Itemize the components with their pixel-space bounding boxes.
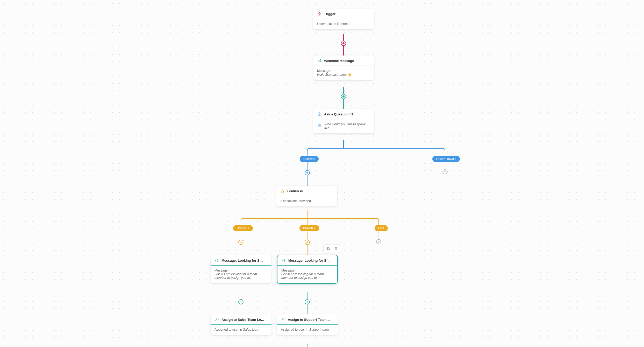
node-body: Message: Got it! I am looking for a team… — [211, 266, 271, 283]
node-title: Branch #1 — [287, 189, 304, 193]
node-body: Message: Hello $contact.name 👋 — [313, 66, 374, 80]
user-assign-icon — [214, 317, 219, 322]
node-body: Message: Got it! I am looking for a team… — [277, 266, 337, 283]
node-title: Ask a Question #1 — [324, 112, 353, 116]
add-step-button[interactable] — [238, 240, 244, 245]
list-icon — [317, 123, 322, 128]
add-step-button[interactable] — [341, 41, 346, 46]
add-step-button[interactable] — [238, 299, 244, 304]
svg-point-31 — [216, 318, 217, 320]
pill-branch-1[interactable]: Branch 1 — [233, 225, 253, 231]
node-body: Assigned to user in Support team — [277, 325, 338, 335]
question-icon — [317, 112, 322, 116]
node-message-sales[interactable]: Message: Looking for S… Message: Got it!… — [211, 255, 271, 283]
branch-icon — [280, 189, 285, 193]
node-trigger[interactable]: Trigger Conversation Opened — [313, 9, 374, 29]
node-message-support[interactable]: Message: Looking for S… Message: Got it!… — [277, 255, 338, 284]
node-body: Who would you like to speak to? — [313, 119, 374, 133]
pill-success[interactable]: Success — [300, 156, 319, 162]
node-welcome-message[interactable]: Welcome Message Message: Hello $contact.… — [313, 55, 374, 80]
node-title: Assign to Support Team… — [288, 318, 330, 322]
spark-icon — [317, 11, 322, 16]
add-step-button[interactable] — [305, 240, 310, 245]
pill-branch-else[interactable]: Else — [375, 225, 388, 231]
send-icon — [214, 258, 219, 263]
svg-rect-29 — [327, 248, 329, 250]
add-step-button[interactable] — [305, 299, 310, 304]
svg-point-26 — [282, 189, 283, 190]
node-body: Conversation Opened — [313, 19, 374, 29]
node-assign-support[interactable]: Assign to Support Team… Assigned to user… — [277, 314, 338, 335]
svg-point-22 — [319, 115, 319, 115]
svg-point-32 — [282, 318, 283, 320]
pill-branch-2[interactable]: Branch 2 — [299, 225, 319, 231]
node-title: Message: Looking for S… — [288, 259, 330, 262]
add-step-button[interactable] — [442, 169, 448, 174]
send-icon — [281, 258, 286, 263]
copy-button[interactable] — [326, 246, 331, 251]
node-title: Message: Looking for S… — [221, 259, 263, 262]
delete-button[interactable] — [333, 246, 339, 251]
svg-point-27 — [281, 192, 282, 192]
node-assign-sales[interactable]: Assign to Sales Team Le… Assigned to use… — [211, 314, 271, 335]
node-body: Assigned to user in Sales team — [211, 325, 271, 335]
svg-point-28 — [283, 192, 284, 192]
send-icon — [317, 58, 322, 63]
node-toolbar — [323, 244, 341, 253]
add-step-button[interactable] — [341, 94, 346, 99]
node-title: Trigger — [324, 12, 335, 16]
add-step-button[interactable] — [305, 170, 310, 175]
svg-rect-30 — [327, 247, 329, 249]
node-title: Assign to Sales Team Le… — [221, 318, 264, 322]
user-assign-icon — [281, 317, 285, 322]
add-step-button[interactable] — [376, 239, 381, 244]
node-ask-question[interactable]: Ask a Question #1 Who would you like to … — [313, 109, 374, 133]
node-body: 2 conditions provided — [276, 196, 337, 206]
workflow-canvas[interactable]: Trigger Conversation Opened Welcome Mess… — [0, 0, 644, 347]
pill-failure[interactable]: Failure: Invalid — [432, 156, 460, 162]
node-title: Welcome Message — [324, 59, 354, 63]
connectors — [0, 0, 644, 347]
node-branch[interactable]: Branch #1 2 conditions provided — [276, 186, 337, 206]
